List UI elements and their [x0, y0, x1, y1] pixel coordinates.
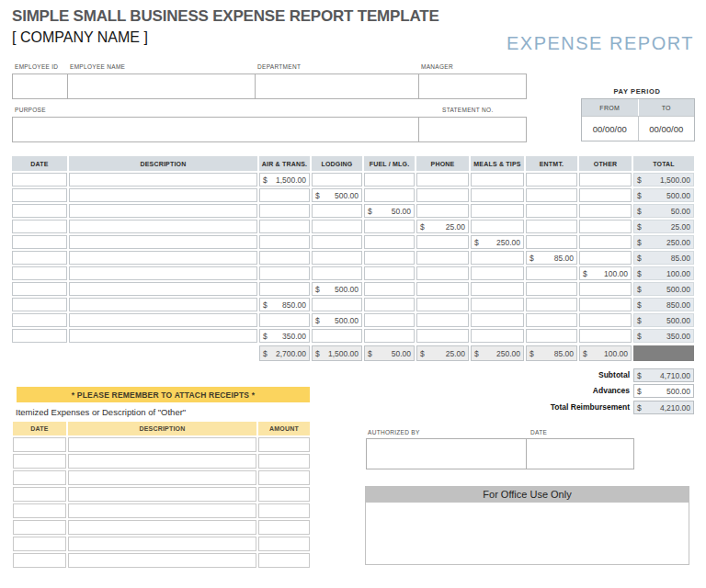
expense-cell-other[interactable] — [579, 282, 632, 296]
expense-cell-entmt[interactable] — [526, 298, 577, 311]
employee-id-field[interactable] — [13, 74, 68, 98]
employee-name-field[interactable] — [68, 74, 256, 98]
column-total-phone[interactable]: $25.00 — [416, 345, 469, 361]
expense-cell-other[interactable] — [579, 251, 632, 265]
expense-cell-phone[interactable] — [416, 298, 469, 311]
expense-cell-entmt[interactable] — [526, 235, 577, 249]
itemized-cell-amount[interactable] — [258, 503, 310, 518]
expense-cell-total[interactable]: $250.00 — [633, 235, 694, 249]
expense-cell-lodging[interactable] — [312, 251, 362, 265]
expense-cell-phone[interactable] — [416, 235, 469, 249]
expense-cell-meals_tips[interactable] — [471, 188, 524, 202]
expense-cell-total[interactable]: $500.00 — [633, 282, 694, 296]
expense-cell-description[interactable] — [69, 329, 257, 343]
itemized-cell-date[interactable] — [13, 470, 66, 485]
expense-cell-total[interactable]: $850.00 — [633, 298, 694, 311]
expense-cell-description[interactable] — [69, 235, 257, 249]
itemized-cell-date[interactable] — [13, 454, 66, 469]
expense-cell-air_trans[interactable]: $850.00 — [259, 298, 310, 311]
expense-cell-other[interactable] — [579, 298, 632, 311]
expense-cell-air_trans[interactable] — [259, 282, 310, 296]
expense-cell-entmt[interactable] — [526, 282, 577, 296]
expense-cell-date[interactable] — [12, 188, 67, 202]
expense-cell-entmt[interactable] — [526, 220, 577, 233]
column-total-lodging[interactable]: $1,500.00 — [312, 345, 362, 361]
expense-cell-meals_tips[interactable] — [471, 329, 524, 343]
expense-cell-air_trans[interactable] — [259, 235, 310, 249]
itemized-cell-description[interactable] — [68, 470, 256, 485]
expense-cell-description[interactable] — [69, 173, 257, 187]
expense-cell-lodging[interactable]: $500.00 — [312, 188, 362, 202]
expense-cell-entmt[interactable] — [526, 329, 577, 343]
itemized-cell-description[interactable] — [68, 503, 256, 518]
company-name[interactable]: [ COMPANY NAME ] — [12, 29, 148, 46]
expense-cell-meals_tips[interactable] — [471, 313, 524, 327]
expense-cell-lodging[interactable] — [312, 204, 362, 218]
expense-cell-air_trans[interactable] — [259, 266, 310, 280]
expense-cell-air_trans[interactable] — [259, 220, 310, 233]
expense-cell-phone[interactable] — [416, 173, 469, 187]
expense-cell-fuel_mlg[interactable] — [364, 251, 415, 265]
itemized-cell-date[interactable] — [13, 520, 66, 535]
itemized-cell-date[interactable] — [13, 437, 66, 452]
itemized-cell-date[interactable] — [13, 537, 66, 551]
expense-cell-total[interactable]: $85.00 — [633, 251, 694, 265]
expense-cell-other[interactable] — [579, 188, 632, 202]
expense-cell-lodging[interactable] — [312, 329, 362, 343]
expense-cell-phone[interactable] — [416, 188, 469, 202]
expense-cell-air_trans[interactable] — [259, 251, 310, 265]
expense-cell-entmt[interactable] — [526, 204, 577, 218]
expense-cell-other[interactable] — [579, 204, 632, 218]
itemized-cell-amount[interactable] — [258, 454, 310, 469]
expense-cell-phone[interactable] — [416, 204, 469, 218]
expense-cell-other[interactable] — [579, 220, 632, 233]
expense-cell-other[interactable]: $100.00 — [579, 266, 632, 280]
expense-cell-meals_tips[interactable] — [471, 266, 524, 280]
expense-cell-date[interactable] — [12, 266, 67, 280]
expense-cell-phone[interactable] — [416, 329, 469, 343]
expense-cell-air_trans[interactable]: $1,500.00 — [259, 173, 310, 187]
total-reimbursement-value[interactable]: $ 4,210.00 — [633, 401, 694, 414]
itemized-cell-date[interactable] — [13, 487, 66, 502]
column-total-meals_tips[interactable]: $250.00 — [471, 345, 524, 361]
expense-cell-other[interactable] — [579, 235, 632, 249]
expense-cell-air_trans[interactable] — [259, 188, 310, 202]
expense-cell-date[interactable] — [12, 329, 67, 343]
expense-cell-date[interactable] — [12, 173, 67, 187]
authorization-date-field[interactable] — [527, 439, 633, 469]
expense-cell-phone[interactable] — [416, 313, 469, 327]
itemized-cell-amount[interactable] — [258, 537, 310, 551]
expense-cell-meals_tips[interactable]: $250.00 — [471, 235, 524, 249]
itemized-cell-description[interactable] — [68, 454, 256, 469]
subtotal-value[interactable]: $ 4,710.00 — [633, 368, 694, 382]
expense-cell-total[interactable]: $100.00 — [633, 266, 694, 280]
expense-cell-fuel_mlg[interactable]: $50.00 — [364, 204, 415, 218]
expense-cell-lodging[interactable] — [312, 173, 362, 187]
expense-cell-description[interactable] — [69, 313, 257, 327]
column-total-air_trans[interactable]: $2,700.00 — [259, 345, 310, 361]
expense-cell-description[interactable] — [69, 282, 257, 296]
itemized-cell-amount[interactable] — [258, 437, 310, 452]
expense-cell-meals_tips[interactable] — [471, 220, 524, 233]
expense-cell-fuel_mlg[interactable] — [364, 266, 415, 280]
itemized-cell-description[interactable] — [68, 520, 256, 535]
expense-cell-meals_tips[interactable] — [471, 298, 524, 311]
expense-cell-lodging[interactable] — [312, 266, 362, 280]
pay-period-to-value[interactable]: 00/00/00 — [639, 117, 695, 141]
expense-cell-fuel_mlg[interactable] — [364, 235, 415, 249]
itemized-cell-date[interactable] — [13, 553, 66, 568]
expense-cell-total[interactable]: $25.00 — [633, 220, 694, 233]
expense-cell-entmt[interactable] — [526, 188, 577, 202]
expense-cell-meals_tips[interactable] — [471, 173, 524, 187]
expense-cell-meals_tips[interactable] — [471, 204, 524, 218]
expense-cell-total[interactable]: $500.00 — [633, 313, 694, 327]
expense-cell-entmt[interactable] — [526, 266, 577, 280]
itemized-cell-description[interactable] — [68, 537, 256, 551]
expense-cell-description[interactable] — [69, 188, 257, 202]
expense-cell-lodging[interactable]: $500.00 — [312, 282, 362, 296]
expense-cell-other[interactable] — [579, 173, 632, 187]
column-total-other[interactable]: $100.00 — [579, 345, 632, 361]
expense-cell-fuel_mlg[interactable] — [364, 313, 415, 327]
itemized-cell-description[interactable] — [68, 487, 256, 502]
expense-cell-fuel_mlg[interactable] — [364, 173, 415, 187]
